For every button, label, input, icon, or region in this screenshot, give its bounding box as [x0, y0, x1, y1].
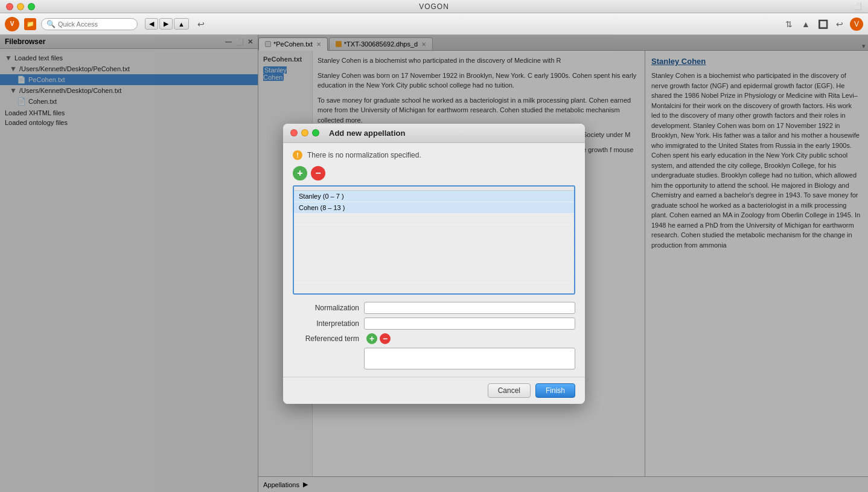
title-bar: VOGON ⬜	[0, 0, 868, 13]
referenced-term-row: Referenced term + −	[293, 333, 575, 344]
toolbar-nav: ◀ ▶ ▲	[145, 18, 189, 30]
modal-overlay: Add new appellation ! There is no normal…	[0, 35, 868, 492]
token-row-3	[294, 213, 574, 225]
remove-token-button[interactable]: −	[311, 166, 325, 181]
referenced-term-area	[364, 348, 575, 369]
referenced-term-label: Referenced term	[293, 334, 359, 343]
modal-dialog: Add new appellation ! There is no normal…	[283, 124, 585, 404]
nav-back-button[interactable]: ◀	[145, 18, 158, 30]
cancel-button[interactable]: Cancel	[488, 383, 531, 398]
finish-button[interactable]: Finish	[535, 383, 575, 398]
normalization-row: Normalization	[293, 302, 575, 314]
window-controls	[6, 3, 35, 10]
interpretation-row: Interpretation	[293, 318, 575, 330]
token-row-6	[294, 248, 574, 259]
app-icon: V	[5, 17, 19, 31]
token-cell-1: Stanley (0 – 7 )	[294, 190, 533, 202]
modal-footer: Cancel Finish	[283, 377, 585, 404]
term-buttons: + −	[293, 166, 575, 181]
filebrowser-icon[interactable]: 📁	[24, 18, 36, 30]
search-icon: 🔍	[46, 20, 56, 28]
warning-icon: !	[293, 150, 302, 160]
referenced-term-input-area[interactable]	[364, 348, 575, 369]
interpretation-label: Interpretation	[293, 319, 359, 328]
title-bar-right: ⬜	[854, 2, 862, 10]
search-input[interactable]	[58, 21, 130, 28]
toolbar-right: ⇅ ▲ 🔲 ↩ V	[782, 18, 863, 31]
normalization-label: Normalization	[293, 304, 359, 312]
nav-up-button[interactable]: ▲	[174, 18, 189, 30]
modal-warning: ! There is no normalization specified.	[293, 150, 575, 160]
toolbar-extra-icon: ↩	[197, 19, 205, 29]
toolbar-icon-4[interactable]: ↩	[833, 18, 846, 31]
token-row-4	[294, 225, 574, 236]
nav-forward-button[interactable]: ▶	[159, 18, 173, 30]
token-cell-2b	[533, 202, 574, 213]
toolbar-icon-3[interactable]: 🔲	[816, 18, 829, 31]
toolbar: V 📁 🔍 ◀ ▶ ▲ ↩ ⇅ ▲ 🔲 ↩ V	[0, 13, 868, 35]
modal-body: ! There is no normalization specified. +…	[283, 143, 585, 377]
close-button[interactable]	[6, 3, 13, 10]
token-row-1[interactable]: Stanley (0 – 7 )	[294, 190, 574, 202]
token-row-7	[294, 259, 574, 270]
toolbar-icon-1[interactable]: ⇅	[782, 18, 796, 31]
referenced-term-add-icon[interactable]: +	[366, 333, 377, 344]
app-title: VOGON	[419, 2, 449, 11]
referenced-term-icons: + −	[366, 333, 391, 344]
token-cell-1b	[533, 190, 574, 202]
modal-max-button[interactable]	[312, 129, 319, 136]
modal-title: Add new appellation	[329, 129, 405, 138]
token-table: Stanley (0 – 7 ) Cohen (8 – 13 )	[293, 185, 575, 295]
normalization-input[interactable]	[364, 302, 575, 314]
modal-warning-text: There is no normalization specified.	[307, 151, 421, 159]
interpretation-input[interactable]	[364, 318, 575, 330]
token-row-8	[294, 270, 574, 282]
search-box[interactable]: 🔍	[41, 18, 138, 30]
token-row-5	[294, 236, 574, 248]
modal-window-controls	[290, 129, 319, 136]
token-row-9	[294, 282, 574, 293]
referenced-term-remove-icon[interactable]: −	[380, 333, 391, 344]
modal-min-button[interactable]	[301, 129, 308, 136]
add-token-button[interactable]: +	[293, 166, 307, 181]
modal-close-button[interactable]	[290, 129, 298, 136]
maximize-button[interactable]	[28, 3, 35, 10]
toolbar-icon-2[interactable]: ▲	[799, 18, 812, 31]
modal-titlebar: Add new appellation	[283, 124, 585, 143]
token-cell-2: Cohen (8 – 13 )	[294, 202, 533, 213]
minimize-button[interactable]	[17, 3, 24, 10]
toolbar-icon-5[interactable]: V	[850, 18, 863, 31]
token-row-2[interactable]: Cohen (8 – 13 )	[294, 202, 574, 213]
